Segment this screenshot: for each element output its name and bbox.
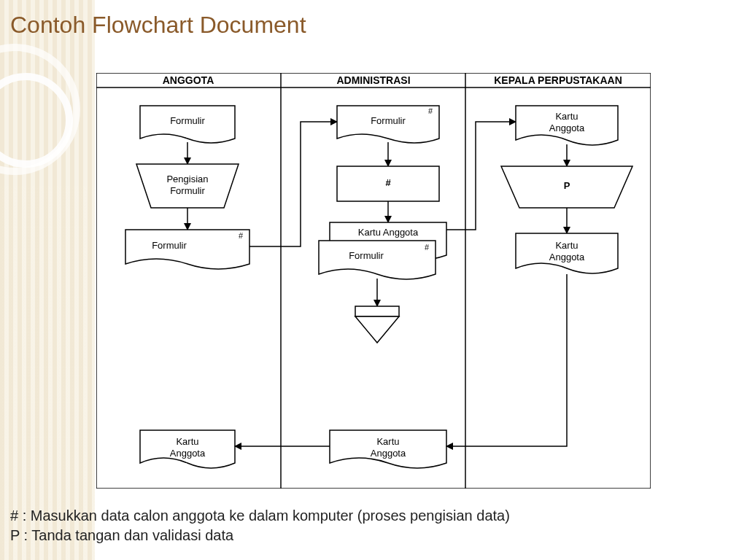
kepala-doc-kartu-2-l1: Kartu — [555, 240, 578, 251]
admin-doc-kartu-end-l2: Anggota — [371, 448, 406, 459]
page-title: Contoh Flowchart Document — [10, 12, 306, 39]
admin-doc-formulir-1-label: Formulir — [371, 115, 406, 126]
swimlane-header-kepala: KEPALA PERPUSTAKAAN — [494, 74, 622, 86]
legend: # : Masukkan data calon anggota ke dalam… — [10, 506, 510, 545]
swimlane-header-anggota: ANGGOTA — [163, 74, 214, 86]
admin-doc-formulir-1-mark: # — [428, 106, 433, 115]
admin-doc-kartu-anggota-back-label: Kartu Anggota — [358, 227, 419, 238]
kepala-doc-kartu-1-l1: Kartu — [555, 111, 578, 122]
admin-process-hash-label: # — [385, 177, 391, 188]
anggota-doc-formulir-1-label: Formulir — [170, 115, 205, 126]
swimlane-header-admin: ADMINISTRASI — [336, 74, 410, 86]
kepala-doc-kartu-2-l2: Anggota — [549, 252, 585, 262]
admin-doc-kartu-end-l1: Kartu — [376, 436, 399, 447]
kepala-doc-kartu-1-l2: Anggota — [549, 122, 585, 133]
anggota-manual-line1: Pengisian — [166, 174, 208, 184]
anggota-doc-formulir-2-mark: # — [239, 231, 244, 240]
legend-p: P : Tanda tangan dan validasi data — [10, 526, 510, 545]
kepala-manual-p-label: P — [564, 180, 570, 191]
anggota-doc-kartu-end-l2: Anggota — [170, 448, 206, 459]
anggota-manual-line2: Formulir — [170, 185, 205, 196]
anggota-doc-formulir-2-label: Formulir — [152, 240, 187, 251]
decorative-sidebar — [0, 0, 95, 560]
admin-doc-formulir-front-label: Formulir — [349, 250, 384, 261]
flowchart-diagram: ANGGOTA ADMINISTRASI KEPALA PERPUSTAKAAN… — [96, 73, 651, 489]
anggota-doc-kartu-end-l1: Kartu — [176, 436, 198, 447]
svg-rect-9 — [355, 306, 399, 316]
legend-hash: # : Masukkan data calon anggota ke dalam… — [10, 506, 510, 526]
admin-doc-formulir-front-mark: # — [425, 243, 430, 252]
